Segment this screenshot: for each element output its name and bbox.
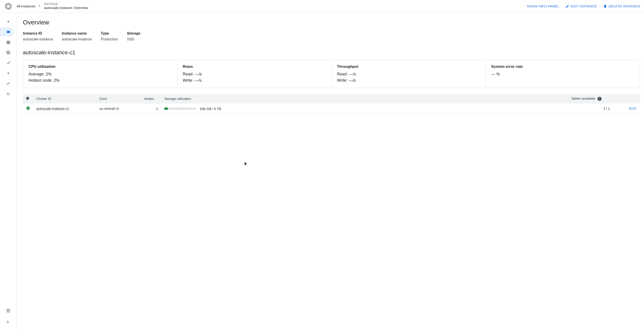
prop-value-storage: SSD — [127, 37, 140, 41]
cell-zone: us-central1-b — [96, 104, 141, 114]
metric-cpu-avg: Average: 2% — [28, 71, 172, 78]
th-tables-avail[interactable]: Tables available ? — [568, 94, 613, 104]
metric-throughput-title: Throughput — [337, 64, 480, 69]
metric-rows-read: Read: —/s — [183, 71, 326, 78]
notes-icon — [6, 308, 10, 313]
sidebar-item-dot-1[interactable] — [0, 17, 14, 26]
metric-cpu: CPU utilization Average: 2% Hottest node… — [23, 60, 178, 88]
metric-throughput-write: Write: —/s — [337, 78, 480, 84]
breadcrumb-root-link[interactable]: All instances — [16, 4, 36, 8]
edit-cluster-link[interactable]: EDIT — [629, 107, 637, 110]
th-zone[interactable]: Zone — [96, 94, 141, 104]
prop-value-name: autoscale-instance — [62, 37, 92, 41]
instance-icon — [6, 30, 10, 34]
prop-label-name: Instance name — [62, 32, 92, 36]
cell-nodes: 1 — [141, 104, 161, 114]
cluster-table: Cluster ID Zone Nodes Storage utilizatio… — [23, 94, 640, 114]
chart-icon — [6, 81, 10, 86]
th-cluster-id[interactable]: Cluster ID — [33, 94, 96, 104]
metric-rows-title: Rows — [183, 64, 326, 69]
action-label: SHOW INFO PANEL — [527, 4, 559, 8]
svg-marker-1 — [6, 4, 10, 8]
cell-tables-avail: 1 / 1 — [568, 104, 613, 114]
status-ok-icon — [26, 106, 30, 110]
sidebar-item-release-notes[interactable] — [0, 306, 14, 315]
svg-rect-4 — [7, 51, 9, 53]
edit-instance-button[interactable]: EDIT INSTANCE — [566, 4, 597, 8]
show-info-panel-button[interactable]: SHOW INFO PANEL — [527, 4, 559, 8]
instance-properties: Instance ID autoscale-instance Instance … — [23, 32, 644, 41]
action-label: EDIT INSTANCE — [571, 4, 597, 8]
sidebar-item-dot-2[interactable] — [0, 69, 14, 78]
metric-cpu-title: CPU utilization — [28, 64, 172, 69]
prop-value-type: Production — [101, 37, 118, 41]
main-content: Overview Instance ID autoscale-instance … — [16, 12, 644, 330]
metric-error: System error rate — % — [486, 60, 640, 88]
th-tables-avail-label: Tables available — [571, 96, 595, 100]
th-storage-util[interactable]: Storage utilization — [161, 94, 568, 104]
metric-throughput: Throughput Read: —/s Write: —/s — [332, 60, 486, 88]
metric-error-value: — % — [491, 71, 634, 78]
hexagon-logo-icon — [4, 2, 12, 10]
table-icon — [6, 40, 10, 44]
storage-util-text: 536 GB / 5 TB — [200, 107, 221, 111]
page-title: Overview — [23, 19, 644, 26]
svg-rect-2 — [7, 31, 10, 33]
expand-sidebar-button[interactable] — [3, 316, 14, 327]
prop-label-type: Type — [101, 32, 118, 36]
backup-icon — [6, 50, 10, 55]
product-logo[interactable] — [0, 0, 16, 12]
sidebar — [0, 12, 16, 330]
pencil-icon — [566, 4, 570, 8]
cluster-id-link[interactable]: autoscale-instance-c1 — [36, 107, 69, 111]
action-label: DELETE INSTANCE — [608, 4, 640, 8]
dot-icon — [8, 21, 9, 22]
trend-arrow-icon — [6, 60, 10, 65]
sidebar-item-tables[interactable] — [0, 38, 14, 47]
metric-error-title: System error rate — [491, 64, 634, 69]
top-actions: SHOW INFO PANEL EDIT INSTANCE DELETE INS… — [527, 4, 640, 8]
metric-rows-write: Write: —/s — [183, 78, 326, 84]
svg-rect-5 — [8, 52, 10, 54]
breadcrumb-title: autoscale-instance: Overview — [44, 6, 88, 10]
cell-storage-util: 536 GB / 5 TB — [161, 104, 568, 114]
delete-instance-button[interactable]: DELETE INSTANCE — [603, 4, 640, 8]
breadcrumb-eyebrow: INSTANCE — [44, 2, 88, 6]
sidebar-item-backups[interactable] — [0, 48, 14, 57]
cluster-title: autoscale-instance-c1 — [23, 50, 644, 56]
table-row: autoscale-instance-c1 us-central1-b 1 53… — [23, 104, 640, 114]
prop-value-id: autoscale-instance — [23, 37, 53, 41]
prop-label-storage: Storage — [127, 32, 140, 36]
storage-util-fill — [164, 108, 168, 110]
expand-icon — [6, 320, 10, 324]
sidebar-item-arrow[interactable] — [0, 58, 14, 67]
help-icon[interactable]: ? — [598, 97, 602, 101]
sliders-icon — [6, 92, 10, 96]
status-header-icon — [26, 97, 29, 100]
sidebar-item-instances[interactable] — [0, 28, 14, 36]
prop-label-id: Instance ID — [23, 32, 53, 36]
breadcrumb: All instances INSTANCE autoscale-instanc… — [16, 2, 88, 10]
sidebar-item-monitoring[interactable] — [0, 79, 14, 88]
th-nodes[interactable]: Nodes — [141, 94, 161, 104]
svg-rect-3 — [7, 32, 8, 32]
metric-rows: Rows Read: —/s Write: —/s — [178, 60, 332, 88]
metric-cpu-hot: Hottest node: 2% — [28, 78, 172, 84]
chevron-right-icon — [37, 4, 41, 8]
metrics-card: CPU utilization Average: 2% Hottest node… — [23, 60, 640, 88]
top-bar: All instances INSTANCE autoscale-instanc… — [0, 0, 644, 12]
storage-util-bar — [164, 108, 196, 110]
dot-icon — [8, 72, 9, 74]
metric-throughput-read: Read: —/s — [337, 71, 480, 78]
trash-icon — [603, 4, 607, 8]
sidebar-item-quota[interactable] — [0, 89, 14, 98]
